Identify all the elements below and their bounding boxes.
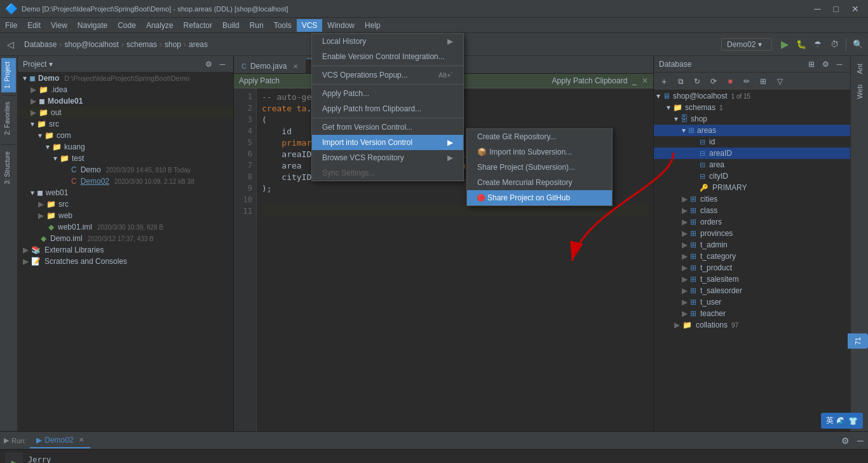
tree-item-web01[interactable]: ▾ ◼ web01 bbox=[18, 187, 233, 198]
add-datasource-button[interactable]: + bbox=[656, 74, 672, 89]
db-item-t-product[interactable]: ▶ ⊞ t_product bbox=[654, 262, 850, 273]
menu-run[interactable]: Run bbox=[245, 19, 269, 32]
maximize-button[interactable]: □ bbox=[830, 3, 843, 15]
table-view-button[interactable]: ⊞ bbox=[756, 74, 771, 89]
stop-button[interactable]: ■ bbox=[722, 74, 738, 89]
run-tab-demo02[interactable]: ▶ Demo02 ✕ bbox=[30, 433, 90, 448]
gear-icon[interactable]: ⚙ bbox=[203, 59, 214, 70]
breadcrumb-server[interactable]: shop@localhost bbox=[64, 40, 119, 49]
minimize-panel-button[interactable]: ─ bbox=[217, 59, 228, 70]
menu-window[interactable]: Window bbox=[322, 19, 360, 32]
db-item-t-user[interactable]: ▶ ⊞ t_user bbox=[654, 296, 850, 308]
vcs-menu-local-history[interactable]: Local History ▶ bbox=[312, 34, 463, 49]
tree-item-web01-src[interactable]: ▶ 📁 src bbox=[18, 198, 233, 210]
profile-button[interactable]: ⏱ bbox=[827, 37, 842, 52]
db-item-shop[interactable]: ▾ 🗄 shop bbox=[654, 113, 850, 125]
run-coverage-button[interactable]: ☂ bbox=[810, 37, 825, 52]
sidebar-item-web[interactable]: Web bbox=[853, 79, 866, 104]
tree-item-demo02-java[interactable]: C Demo02 2020/3/30 10:09, 2.12 kB 38 bbox=[18, 176, 233, 187]
run-play-button[interactable]: ▶ bbox=[6, 455, 22, 463]
vcs-menu-apply-patch[interactable]: Apply Patch... bbox=[312, 86, 463, 101]
search-everywhere-button[interactable]: 🔍 bbox=[850, 37, 865, 52]
tree-item-com[interactable]: ▾ 📁 com bbox=[18, 130, 233, 141]
db-item-cities[interactable]: ▶ ⊞ cities bbox=[654, 193, 850, 205]
menu-code[interactable]: Code bbox=[112, 19, 141, 32]
db-item-class[interactable]: ▶ ⊞ class bbox=[654, 205, 850, 216]
filter-button[interactable]: ▽ bbox=[772, 74, 787, 89]
menu-edit[interactable]: Edit bbox=[22, 19, 46, 32]
breadcrumb-areas[interactable]: areas bbox=[189, 40, 208, 49]
submenu-share-github[interactable]: ⭕ Share Project on GitHub bbox=[467, 190, 612, 205]
db-item-orders[interactable]: ▶ ⊞ orders bbox=[654, 216, 850, 228]
tree-item-demo-iml[interactable]: ◆ Demo.iml 2020/3/12 17:37, 433 B bbox=[18, 233, 233, 244]
vcs-menu-get-from-vcs[interactable]: Get from Version Control... bbox=[312, 120, 463, 135]
db-item-server[interactable]: ▾ 🖥 shop@localhost 1 of 15 bbox=[654, 90, 850, 102]
menu-build[interactable]: Build bbox=[217, 19, 245, 32]
tree-item-idea[interactable]: ▶ 📁 .idea bbox=[18, 84, 233, 95]
tree-item-module01[interactable]: ▶ ◼ Module01 bbox=[18, 95, 233, 107]
db-item-areaid[interactable]: ⊟ areaID bbox=[654, 148, 850, 159]
tree-item-demo-java[interactable]: C Demo 2020/3/29 14:45, 810 B Today bbox=[18, 164, 233, 176]
close-button[interactable]: ✕ bbox=[848, 3, 863, 15]
db-item-areas[interactable]: ▾ ⊞ areas bbox=[654, 125, 850, 136]
vcs-menu-apply-patch-clipboard[interactable]: Apply Patch from Clipboard... bbox=[312, 101, 463, 116]
sync-button[interactable]: ⟳ bbox=[706, 74, 721, 89]
tree-item-external-libraries[interactable]: ▶ 📚 External Libraries bbox=[18, 244, 233, 256]
db-item-schemas[interactable]: ▾ 📁 schemas 1 bbox=[654, 102, 850, 113]
sidebar-item-project[interactable]: 1: Project bbox=[1, 57, 16, 92]
tab-close-demo[interactable]: ✕ bbox=[293, 63, 298, 70]
db-item-area[interactable]: ⊟ area bbox=[654, 159, 850, 170]
submenu-share-svn[interactable]: Share Project (Subversion)... bbox=[467, 160, 612, 175]
refresh-button[interactable]: ↻ bbox=[689, 74, 705, 89]
copy-button[interactable]: ⧉ bbox=[673, 74, 688, 89]
github-share-badge[interactable]: 71 bbox=[848, 333, 868, 349]
menu-view[interactable]: View bbox=[46, 19, 72, 32]
tree-item-src[interactable]: ▾ 📁 src bbox=[18, 118, 233, 130]
breadcrumb-shop[interactable]: shop bbox=[165, 40, 181, 49]
vcs-menu-enable-vcs[interactable]: Enable Version Control Integration... bbox=[312, 49, 463, 64]
db-item-primary[interactable]: 🔑 PRIMARY bbox=[654, 182, 850, 193]
db-item-teacher[interactable]: ▶ ⊞ teacher bbox=[654, 308, 850, 319]
db-refresh-button[interactable]: ⊞ bbox=[806, 59, 817, 70]
sidebar-item-ant[interactable]: Ant bbox=[853, 59, 866, 79]
ime-bar[interactable]: 英 🌊 👕 bbox=[821, 413, 863, 429]
run-panel-settings[interactable]: ⚙ bbox=[837, 433, 853, 448]
menu-analyze[interactable]: Analyze bbox=[141, 19, 179, 32]
menu-file[interactable]: File bbox=[0, 19, 22, 32]
menu-navigate[interactable]: Navigate bbox=[72, 19, 112, 32]
vcs-menu-browse-vcs[interactable]: Browse VCS Repository ▶ bbox=[312, 150, 463, 165]
db-item-t-salesitem[interactable]: ▶ ⊞ t_salesitem bbox=[654, 273, 850, 285]
sidebar-item-structure[interactable]: 3: Structure bbox=[1, 144, 16, 191]
db-settings-button[interactable]: ⚙ bbox=[820, 59, 831, 70]
db-item-cityid[interactable]: ⊟ cityID bbox=[654, 170, 850, 182]
menu-tools[interactable]: Tools bbox=[269, 19, 297, 32]
db-item-collations[interactable]: ▶ 📁 collations 97 bbox=[654, 319, 850, 331]
project-dropdown-arrow[interactable]: ▾ bbox=[49, 60, 53, 69]
back-button[interactable]: ◁ bbox=[3, 37, 18, 52]
run-config-dropdown[interactable]: Demo02 ▾ bbox=[721, 38, 772, 51]
run-panel-minimize[interactable]: ─ bbox=[853, 433, 868, 448]
tree-item-web01-iml[interactable]: ◆ web01.iml 2020/3/30 10:39, 828 B bbox=[18, 221, 233, 233]
tree-item-out[interactable]: ▶ 📁 out bbox=[18, 107, 233, 118]
db-item-provinces[interactable]: ▶ ⊞ provinces bbox=[654, 228, 850, 239]
db-item-t-admin[interactable]: ▶ ⊞ t_admin bbox=[654, 239, 850, 251]
submenu-create-mercurial[interactable]: Create Mercurial Repository bbox=[467, 175, 612, 190]
tree-item-scratches[interactable]: ▶ 📝 Scratches and Consoles bbox=[18, 256, 233, 267]
vcs-menu-sync-settings[interactable]: Sync Settings... bbox=[312, 165, 463, 181]
tree-item-web[interactable]: ▶ 📁 web bbox=[18, 210, 233, 221]
minimize-button[interactable]: ─ bbox=[811, 3, 825, 15]
tree-item-test[interactable]: ▾ 📁 test bbox=[18, 153, 233, 164]
breadcrumb-schemas[interactable]: schemas bbox=[126, 40, 157, 49]
menu-vcs[interactable]: VCS bbox=[297, 19, 323, 32]
tree-item-demo[interactable]: ▾ ◼ Demo D:\Project\IdeaProject\SpringBo… bbox=[18, 73, 233, 84]
vcs-menu-import-vcs[interactable]: Import into Version Control ▶ bbox=[312, 135, 463, 150]
run-button[interactable]: ▶ bbox=[777, 37, 792, 52]
debug-button[interactable]: 🐛 bbox=[794, 37, 809, 52]
breadcrumb-database[interactable]: Database bbox=[24, 40, 57, 49]
db-item-t-category[interactable]: ▶ ⊞ t_category bbox=[654, 251, 850, 262]
close-apply-patch[interactable]: ✕ bbox=[642, 76, 648, 85]
db-item-t-salesorder[interactable]: ▶ ⊞ t_salesorder bbox=[654, 285, 850, 296]
vcs-menu-operations-popup[interactable]: VCS Operations Popup... Alt+` bbox=[312, 67, 463, 83]
menu-help[interactable]: Help bbox=[360, 19, 386, 32]
edit-button[interactable]: ✏ bbox=[739, 74, 754, 89]
